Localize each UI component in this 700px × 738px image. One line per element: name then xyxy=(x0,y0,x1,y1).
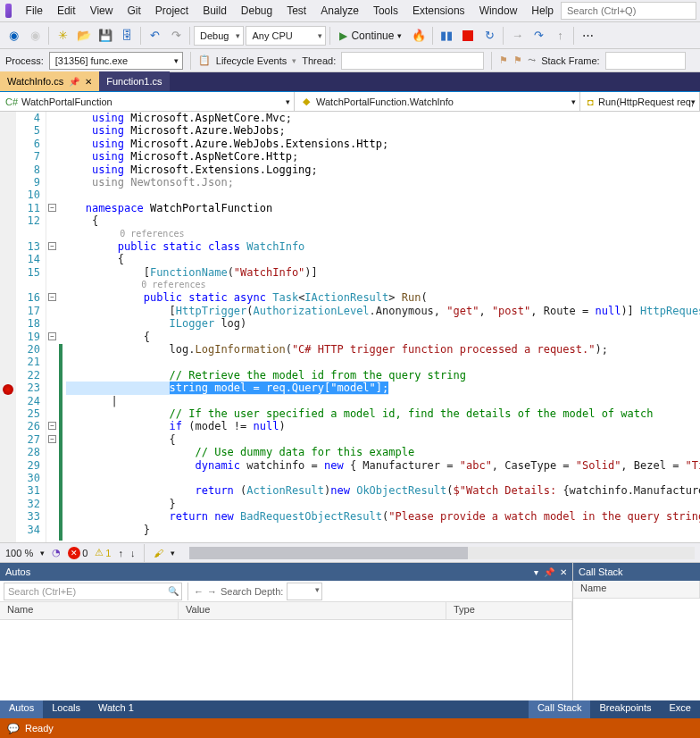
col-name[interactable]: Name xyxy=(573,581,700,598)
redo-button[interactable]: ↷ xyxy=(166,26,186,46)
fold-toggle[interactable]: − xyxy=(48,293,56,301)
navigate-fwd-button[interactable]: ◉ xyxy=(25,26,45,46)
namespace-dropdown[interactable]: C# WatchPortalFunction xyxy=(0,92,295,111)
step-over-button[interactable]: ↷ xyxy=(529,26,548,46)
undo-button[interactable]: ↶ xyxy=(145,26,164,46)
stop-icon xyxy=(462,30,473,41)
btab-locals[interactable]: Locals xyxy=(43,700,89,718)
break-all-button[interactable]: ▮▮ xyxy=(437,26,456,46)
navigate-back-button[interactable]: ◉ xyxy=(4,26,23,46)
search-prev-button[interactable]: ← xyxy=(194,586,204,597)
callstack-body[interactable] xyxy=(573,599,700,700)
hot-reload-button[interactable]: 🔥 xyxy=(409,26,429,46)
menu-project[interactable]: Project xyxy=(148,2,196,20)
close-icon[interactable]: ✕ xyxy=(85,77,92,87)
method-dropdown[interactable]: ◘ Run(HttpRequest req, xyxy=(580,92,700,111)
bottom-tab-strip: Autos Locals Watch 1 Call Stack Breakpoi… xyxy=(0,700,700,718)
step-out-button[interactable]: ↑ xyxy=(550,26,570,46)
config-combo[interactable]: Debug xyxy=(194,26,244,46)
step-into-button[interactable]: → xyxy=(507,26,527,46)
menu-tools[interactable]: Tools xyxy=(366,2,405,20)
menu-file[interactable]: File xyxy=(19,2,50,20)
process-combo[interactable]: [31356] func.exe xyxy=(49,52,183,70)
nav-up-button[interactable]: ↑ xyxy=(118,548,123,558)
col-name[interactable]: Name xyxy=(0,602,179,619)
breakpoint-icon[interactable] xyxy=(3,384,13,395)
search-next-button[interactable]: → xyxy=(207,586,217,597)
health-icon[interactable]: ◔ xyxy=(52,547,61,558)
warning-icon[interactable]: ⚠ xyxy=(95,547,104,558)
col-value[interactable]: Value xyxy=(179,602,446,619)
menu-test[interactable]: Test xyxy=(279,2,313,20)
code-content[interactable]: using Microsoft.AspNetCore.Mvc; using Mi… xyxy=(62,112,700,542)
brush-icon[interactable]: 🖌 xyxy=(154,548,163,558)
tab-function1[interactable]: Function1.cs xyxy=(99,71,169,91)
menu-debug[interactable]: Debug xyxy=(234,2,279,20)
callstack-panel: Call Stack Name xyxy=(573,563,700,700)
more-button[interactable]: ⋯ xyxy=(578,26,597,46)
fold-toggle[interactable]: − xyxy=(48,242,56,250)
breakpoint-gutter[interactable] xyxy=(0,112,16,542)
autos-body[interactable] xyxy=(0,620,572,700)
status-text: Ready xyxy=(25,723,54,734)
chevron-down-icon[interactable]: ▾ xyxy=(40,549,45,558)
nav-down-button[interactable]: ↓ xyxy=(130,548,136,558)
btab-callstack[interactable]: Call Stack xyxy=(529,700,591,718)
feedback-icon[interactable]: 💬 xyxy=(7,723,20,734)
menu-bar: File Edit View Git Project Build Debug T… xyxy=(0,0,700,22)
callstack-columns: Name xyxy=(573,581,700,599)
close-icon[interactable]: ✕ xyxy=(560,567,567,577)
dropdown-icon[interactable]: ▾ xyxy=(534,567,538,577)
btab-watch1[interactable]: Watch 1 xyxy=(89,700,143,718)
thread-combo[interactable] xyxy=(341,52,484,70)
save-button[interactable]: 💾 xyxy=(96,26,115,46)
new-project-button[interactable]: ✳ xyxy=(53,26,72,46)
horizontal-scrollbar[interactable] xyxy=(189,547,695,559)
process-label: Process: xyxy=(5,55,44,66)
tab-label: Function1.cs xyxy=(106,76,162,87)
autos-search-input[interactable]: Search (Ctrl+E) xyxy=(4,583,182,600)
col-type[interactable]: Type xyxy=(446,602,572,619)
autos-toolbar: Search (Ctrl+E) ← → Search Depth: xyxy=(0,581,572,602)
csharp-icon: C# xyxy=(5,96,18,108)
menu-build[interactable]: Build xyxy=(196,2,234,20)
stop-debug-button[interactable] xyxy=(458,26,478,46)
search-depth-combo[interactable] xyxy=(287,583,322,600)
btab-exception[interactable]: Exce xyxy=(661,700,700,718)
vs-logo-icon xyxy=(5,4,12,18)
play-icon: ▶ xyxy=(339,29,347,42)
fold-toggle[interactable]: − xyxy=(48,204,56,212)
fold-toggle[interactable]: − xyxy=(48,422,56,430)
menu-window[interactable]: Window xyxy=(472,2,525,20)
restart-button[interactable]: ↻ xyxy=(479,26,499,46)
continue-label: Continue xyxy=(351,29,394,42)
autos-columns: Name Value Type xyxy=(0,602,572,620)
zoom-level[interactable]: 100 % xyxy=(5,548,33,558)
editor-footer: 100 % ▾ ◔ ✕0 ⚠1 ↑ ↓ 🖌 ▾ xyxy=(0,542,700,562)
continue-button[interactable]: ▶ Continue ▾ xyxy=(334,26,407,46)
stack-frame-combo[interactable] xyxy=(605,52,686,70)
btab-breakpoints[interactable]: Breakpoints xyxy=(590,700,660,718)
fold-toggle[interactable]: − xyxy=(48,435,56,443)
code-editor[interactable]: 4567891011121314151617181920212223242526… xyxy=(0,112,700,542)
fold-gutter[interactable]: −−−−−− xyxy=(46,112,59,542)
tab-watchinfo[interactable]: WatchInfo.cs 📌 ✕ xyxy=(0,71,99,91)
save-all-button[interactable]: 🗄 xyxy=(117,26,137,46)
error-badge-icon[interactable]: ✕ xyxy=(68,547,80,559)
open-file-button[interactable]: 📂 xyxy=(74,26,94,46)
menu-view[interactable]: View xyxy=(83,2,121,20)
global-search-input[interactable] xyxy=(561,2,696,20)
menu-git[interactable]: Git xyxy=(120,2,147,20)
menu-edit[interactable]: Edit xyxy=(50,2,83,20)
platform-combo[interactable]: Any CPU xyxy=(246,26,326,46)
pin-icon[interactable]: 📌 xyxy=(69,77,79,87)
btab-autos[interactable]: Autos xyxy=(0,700,43,718)
menu-help[interactable]: Help xyxy=(524,2,561,20)
class-dropdown[interactable]: ◆ WatchPortalFunction.WatchInfo xyxy=(295,92,580,111)
autos-panel: Autos ▾ 📌 ✕ Search (Ctrl+E) ← → Search D… xyxy=(0,563,573,700)
pin-icon[interactable]: 📌 xyxy=(544,567,554,577)
menu-extensions[interactable]: Extensions xyxy=(405,2,472,20)
fold-toggle[interactable]: − xyxy=(48,332,56,340)
menu-analyze[interactable]: Analyze xyxy=(313,2,366,20)
lifecycle-label: Lifecycle Events xyxy=(216,55,287,66)
